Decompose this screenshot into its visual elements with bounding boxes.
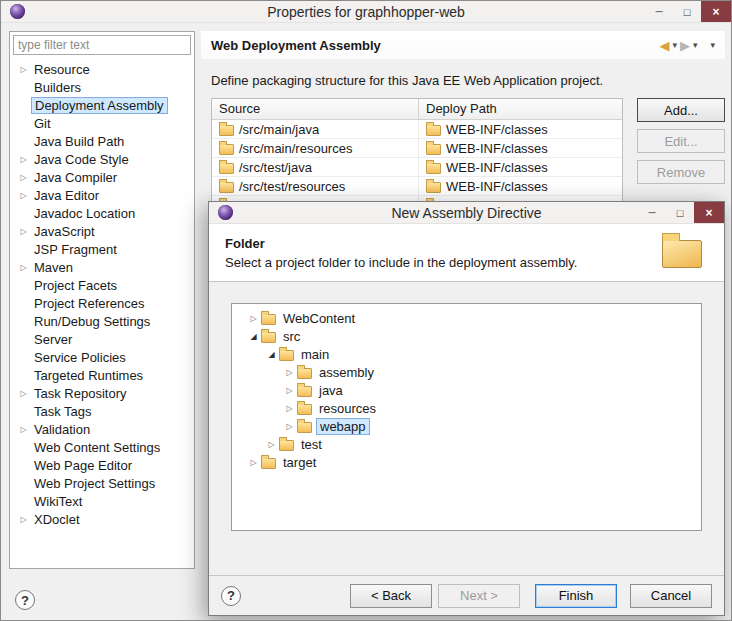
table-row[interactable]: /src/main/java WEB-INF/classes: [212, 120, 622, 139]
sidebar-item[interactable]: ▷ JavaScript: [10, 222, 194, 240]
filter-input[interactable]: [13, 35, 191, 55]
folder-icon: [279, 350, 294, 361]
tree-item[interactable]: ▷ WebContent: [232, 309, 701, 327]
table-row[interactable]: /src/test/java WEB-INF/classes: [212, 158, 622, 177]
folder-icon: [297, 422, 312, 433]
cancel-button[interactable]: Cancel: [630, 584, 712, 608]
sidebar-item[interactable]: Java Build Path: [10, 132, 194, 150]
help-button[interactable]: ?: [15, 590, 35, 610]
expand-arrow-icon[interactable]: ▷: [16, 191, 31, 200]
tree-item[interactable]: ▷ target: [232, 453, 701, 471]
tree-item[interactable]: ▷ resources: [232, 399, 701, 417]
close-icon[interactable]: ×: [694, 202, 724, 223]
expand-arrow-icon[interactable]: ▷: [16, 173, 31, 182]
sidebar-item-label: Javadoc Location: [31, 206, 138, 221]
sidebar-item-label: Server: [31, 332, 75, 347]
finish-button[interactable]: Finish: [535, 584, 617, 608]
forward-history-dropdown-icon[interactable]: ▾: [693, 40, 698, 50]
table-row[interactable]: /src/test/resources WEB-INF/classes: [212, 177, 622, 196]
tree-item[interactable]: ▷ assembly: [232, 363, 701, 381]
view-menu-icon[interactable]: ▾: [710, 40, 715, 50]
folder-icon: [297, 386, 312, 397]
sidebar-item[interactable]: ▷ Task Repository: [10, 384, 194, 402]
folder-icon: [426, 163, 441, 174]
sidebar-item[interactable]: Server: [10, 330, 194, 348]
sidebar-item-label: Service Policies: [31, 350, 129, 365]
column-source[interactable]: Source: [212, 99, 419, 119]
sidebar-item-label: Task Repository: [31, 386, 129, 401]
sidebar-item[interactable]: ▷ Java Code Style: [10, 150, 194, 168]
close-icon[interactable]: ×: [701, 1, 731, 22]
expand-arrow-icon[interactable]: ▷: [246, 458, 261, 467]
expand-arrow-icon[interactable]: ▷: [282, 404, 297, 413]
expand-arrow-icon[interactable]: ▷: [16, 65, 31, 74]
tree-item[interactable]: ◢ src: [232, 327, 701, 345]
column-deploy-path[interactable]: Deploy Path: [419, 99, 622, 119]
sidebar-item-label: Project Facets: [31, 278, 120, 293]
expand-arrow-icon[interactable]: ▷: [246, 314, 261, 323]
next-button[interactable]: Next >: [438, 584, 520, 608]
expand-arrow-icon[interactable]: ▷: [16, 515, 31, 524]
maximize-icon[interactable]: □: [673, 1, 701, 22]
sidebar-item[interactable]: Targeted Runtimes: [10, 366, 194, 384]
dialog-help-button[interactable]: ?: [221, 586, 241, 606]
back-arrow-icon[interactable]: ◀: [659, 38, 669, 53]
expand-arrow-icon[interactable]: ▷: [282, 386, 297, 395]
expand-arrow-icon[interactable]: ▷: [282, 422, 297, 431]
maximize-icon[interactable]: □: [666, 202, 694, 223]
back-button[interactable]: < Back: [350, 584, 432, 608]
tree-item[interactable]: ◢ main: [232, 345, 701, 363]
dialog-banner-text: Folder Select a project folder to includ…: [225, 236, 577, 270]
expand-arrow-icon[interactable]: ▷: [16, 227, 31, 236]
sidebar-item[interactable]: ▷ Java Compiler: [10, 168, 194, 186]
sidebar-item[interactable]: Javadoc Location: [10, 204, 194, 222]
dialog-header-title: Folder: [225, 236, 577, 251]
table-row[interactable]: /src/main/resources WEB-INF/classes: [212, 139, 622, 158]
page-header: Web Deployment Assembly ◀ ▾ ▶ ▾ ▾: [201, 31, 725, 59]
add-button[interactable]: Add...: [637, 98, 725, 122]
sidebar-item[interactable]: Service Policies: [10, 348, 194, 366]
sidebar-item[interactable]: ▷ XDoclet: [10, 510, 194, 528]
tree-item[interactable]: ▷ test: [232, 435, 701, 453]
edit-button[interactable]: Edit...: [637, 129, 725, 153]
expand-arrow-icon[interactable]: ◢: [264, 350, 279, 359]
sidebar-item[interactable]: Web Project Settings: [10, 474, 194, 492]
sidebar-item[interactable]: JSP Fragment: [10, 240, 194, 258]
dialog-window-controls: ─ □ ×: [638, 202, 724, 223]
minimize-icon[interactable]: ─: [645, 1, 673, 22]
sidebar-item-label: Validation: [31, 422, 93, 437]
expand-arrow-icon[interactable]: ▷: [16, 389, 31, 398]
expand-arrow-icon[interactable]: ▷: [16, 263, 31, 272]
minimize-icon[interactable]: ─: [638, 202, 666, 223]
sidebar-item[interactable]: Run/Debug Settings: [10, 312, 194, 330]
sidebar-item[interactable]: ▷ Java Editor: [10, 186, 194, 204]
window-controls: ─ □ ×: [645, 1, 731, 22]
sidebar-item[interactable]: Project References: [10, 294, 194, 312]
sidebar-item[interactable]: ▷ Validation: [10, 420, 194, 438]
tree-item[interactable]: ▷ java: [232, 381, 701, 399]
source-cell: /src/test/java: [239, 160, 312, 175]
back-history-dropdown-icon[interactable]: ▾: [672, 40, 677, 50]
sidebar-item[interactable]: Web Page Editor: [10, 456, 194, 474]
forward-arrow-icon[interactable]: ▶: [680, 38, 690, 53]
tree-item[interactable]: ▷ webapp: [232, 417, 701, 435]
remove-button[interactable]: Remove: [637, 160, 725, 184]
sidebar-item[interactable]: WikiText: [10, 492, 194, 510]
expand-arrow-icon[interactable]: ▷: [16, 155, 31, 164]
sidebar-item[interactable]: Deployment Assembly: [10, 96, 194, 114]
sidebar-item[interactable]: Builders: [10, 78, 194, 96]
expand-arrow-icon[interactable]: ◢: [246, 332, 261, 341]
sidebar-item[interactable]: Git: [10, 114, 194, 132]
sidebar-item-label: XDoclet: [31, 512, 83, 527]
expand-arrow-icon[interactable]: ▷: [264, 440, 279, 449]
sidebar-item-label: Git: [31, 116, 54, 131]
sidebar-item[interactable]: Project Facets: [10, 276, 194, 294]
sidebar-item[interactable]: ▷ Maven: [10, 258, 194, 276]
main-titlebar: Properties for graphhopper-web ─ □ ×: [1, 1, 731, 23]
sidebar-item[interactable]: ▷ Resource: [10, 60, 194, 78]
sidebar-item[interactable]: Task Tags: [10, 402, 194, 420]
expand-arrow-icon[interactable]: ▷: [16, 425, 31, 434]
sidebar-item[interactable]: Web Content Settings: [10, 438, 194, 456]
sidebar-item-label: Run/Debug Settings: [31, 314, 153, 329]
expand-arrow-icon[interactable]: ▷: [282, 368, 297, 377]
